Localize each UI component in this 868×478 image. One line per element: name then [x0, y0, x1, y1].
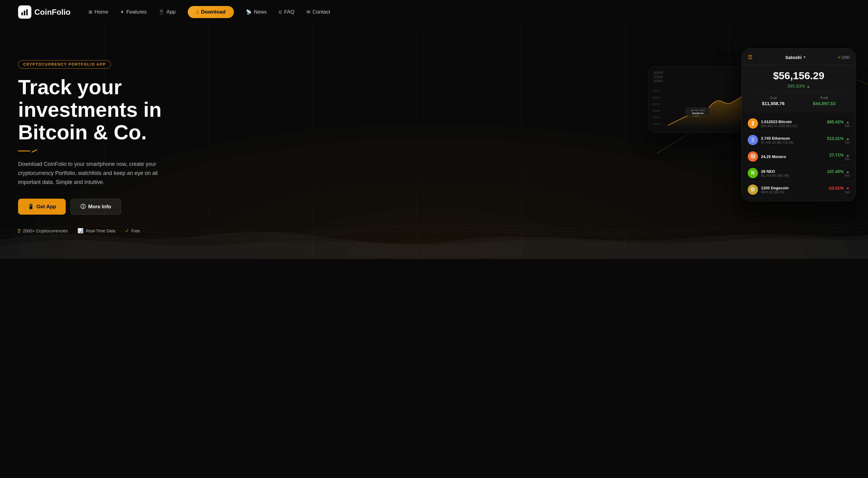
check-icon: ✓: [125, 228, 129, 234]
svg-rect-1: [24, 10, 25, 15]
phone-balance-area: $56,156.29 385.83% ▲ Cost $11,558.76 Pro…: [742, 65, 856, 112]
svg-text:Jan 1st, 2021: Jan 1st, 2021: [690, 109, 705, 112]
title-underline: [18, 150, 229, 151]
xmr-info: 24.25 Monero: [761, 155, 827, 159]
home-icon: ⊞: [89, 9, 93, 15]
eth-info: 2.745 Ethereum $7,465.10 ($2,721.06): [761, 136, 824, 144]
chevron-icon: ▾: [804, 55, 805, 59]
balance-cost: Cost $11,558.76: [762, 96, 784, 106]
hero-left-content: CRYPTOCURRENCY PORTFOLIO APP Track your …: [18, 30, 229, 234]
nav-links: ⊞ Home ✦ Features 📱 App ↓ Download 📡 New…: [89, 6, 850, 18]
balance-row: Cost $11,558.76 Profit $44,597.53: [748, 93, 849, 106]
xmr-up-arrow: ▲: [846, 153, 849, 158]
neo-up-arrow: ▲: [846, 170, 849, 174]
phone-btn-icon: 📱: [28, 203, 34, 210]
hero-description: Download CoinFolio to your smartphone no…: [18, 160, 175, 186]
doge-icon: Ð: [748, 184, 758, 195]
eth-up-arrow: ▲: [846, 137, 849, 141]
phone-user: Satoshi ▾: [785, 55, 805, 60]
neo-roi: 107.45% ▲ RoI: [827, 169, 849, 177]
bitcoin-icon: ₿: [18, 228, 21, 234]
phone-header: ☰ Satoshi ▾ + USD: [742, 48, 856, 65]
more-info-button[interactable]: ⓘ More Info: [70, 199, 121, 215]
eth-icon: Ξ: [748, 135, 758, 145]
nav-download[interactable]: ↓ Download: [188, 6, 234, 18]
neo-info: 28 NEO $1,763.80 ($62.99): [761, 169, 824, 177]
doge-down-arrow: ▼: [846, 186, 849, 191]
underline-short: [31, 149, 37, 152]
phone-currency: + USD: [838, 55, 849, 60]
chart-header: 60000 50000 40000: [652, 71, 752, 83]
doge-info: 1205 Dogecoin $461.92 ($0.38): [761, 186, 825, 194]
feature-realtime: 📊 Real-Time Data: [78, 228, 116, 234]
coin-row-eth: Ξ 2.745 Ethereum $7,465.10 ($2,721.06) 5…: [746, 132, 851, 148]
plus-icon: +: [838, 55, 840, 60]
navbar: CoinFolio ⊞ Home ✦ Features 📱 App ↓ Down…: [0, 0, 868, 24]
logo[interactable]: CoinFolio: [18, 5, 70, 19]
btc-icon: ₿: [748, 118, 758, 129]
feature-crypto: ₿ 2000+ Cryptocurrencies: [18, 228, 68, 234]
info-btn-icon: ⓘ: [81, 203, 86, 210]
coin-list: ₿ 1.012523 Bitcoin $40,482.32 ($38,981.6…: [742, 112, 856, 201]
phone-chart-card: 60000 50000 40000 60000 50000 40000 3000…: [648, 66, 756, 133]
feature-free: ✓ Free: [125, 228, 140, 234]
logo-icon: [18, 5, 31, 19]
news-icon: 📡: [246, 9, 252, 15]
eth-roi: 513.31% ▲ RoI: [827, 136, 849, 144]
phone-portfolio-card: ☰ Satoshi ▾ + USD $56,156.29 385.83% ▲: [741, 48, 856, 201]
underline-long: [18, 150, 30, 151]
features-icon: ✦: [120, 9, 124, 15]
nav-app[interactable]: 📱 App: [158, 9, 176, 15]
chart-area: 60000 50000 40000 30000 20000 10000: [652, 87, 752, 129]
phone-mockups: 60000 50000 40000 60000 50000 40000 3000…: [648, 30, 868, 259]
nav-home[interactable]: ⊞ Home: [89, 9, 108, 15]
nav-news[interactable]: 📡 News: [246, 9, 267, 15]
hero-feature-list: ₿ 2000+ Cryptocurrencies 📊 Real-Time Dat…: [18, 228, 229, 234]
nav-faq[interactable]: © FAQ: [279, 9, 294, 15]
xmr-icon: Ⓜ: [748, 151, 758, 162]
coin-row-btc: ₿ 1.012523 Bitcoin $40,482.32 ($38,981.6…: [746, 115, 851, 132]
svg-rect-0: [22, 12, 23, 15]
hero-section: CRYPTOCURRENCY PORTFOLIO APP Track your …: [0, 24, 868, 259]
contact-icon: ✉: [307, 9, 310, 15]
btc-info: 1.012523 Bitcoin $40,482.32 ($38,981.63): [761, 120, 824, 128]
nav-contact[interactable]: ✉ Contact: [307, 9, 330, 15]
svg-text:$29380.94: $29380.94: [692, 112, 704, 115]
svg-rect-2: [26, 9, 28, 15]
app-icon: 📱: [158, 9, 164, 15]
neo-icon: N: [748, 168, 758, 178]
up-arrow-icon: ▲: [807, 84, 810, 89]
download-icon: ↓: [196, 9, 199, 15]
coin-row-xmr: Ⓜ 24.25 Monero 27.71% ▲ RoI: [746, 148, 851, 165]
hero-badge: CRYPTOCURRENCY PORTFOLIO APP: [18, 60, 111, 69]
doge-roi: -23.01% ▼ RoI: [828, 186, 849, 194]
brand-name: CoinFolio: [34, 7, 70, 17]
coin-row-doge: Ð 1205 Dogecoin $461.92 ($0.38) -23.01% …: [746, 181, 851, 198]
chart-svg: Jan 1st, 2021 $29380.94: [668, 87, 752, 129]
coin-row-neo: N 28 NEO $1,763.80 ($62.99) 107.45% ▲ Ro…: [746, 165, 851, 181]
balance-profit: Profit $44,597.53: [813, 96, 835, 106]
hamburger-icon: ☰: [748, 54, 752, 61]
hero-title: Track your investments in Bitcoin & Co.: [18, 76, 229, 143]
nav-features[interactable]: ✦ Features: [120, 9, 147, 15]
hero-buttons: 📱 Get App ⓘ More Info: [18, 199, 229, 215]
chart-icon: 📊: [78, 228, 84, 234]
get-app-button[interactable]: 📱 Get App: [18, 199, 66, 215]
btc-up-arrow: ▲: [846, 120, 849, 124]
balance-change: 385.83% ▲: [748, 83, 849, 89]
btc-roi: 885.42% ▲ RoI: [827, 120, 849, 128]
faq-icon: ©: [279, 10, 282, 15]
balance-amount: $56,156.29: [748, 70, 849, 81]
xmr-roi: 27.71% ▲ RoI: [830, 152, 849, 161]
